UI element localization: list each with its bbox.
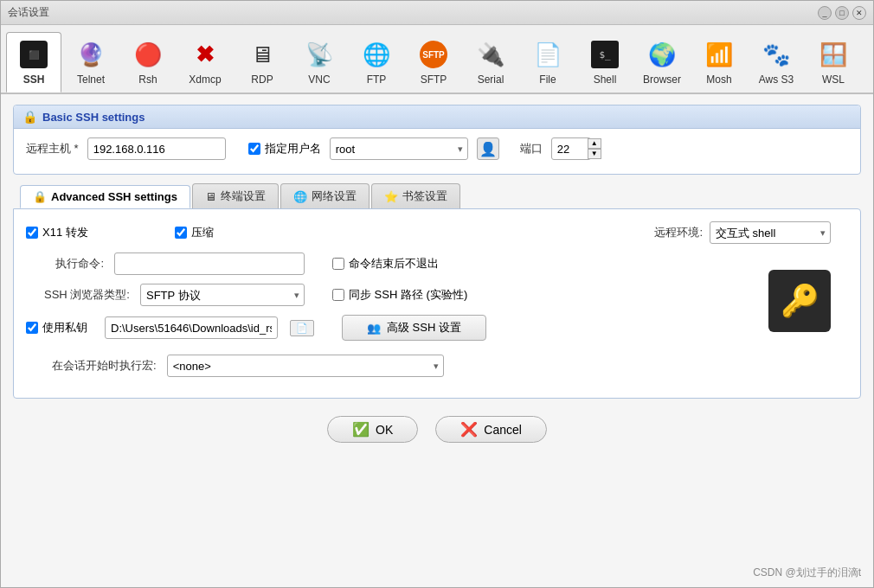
adv-row-1: X11 转发 压缩 远程环境: 交互式 shell bash sh <box>26 221 848 244</box>
bottom-bar: ✅ OK ❌ Cancel <box>13 407 861 455</box>
key-icon-box: 🔑 <box>768 270 831 332</box>
port-label: 端口 <box>520 141 543 157</box>
tab-bookmark[interactable]: ⭐ 书签设置 <box>371 183 460 208</box>
sftp-icon: SFTP <box>418 39 449 70</box>
toolbar-label-browser: Browser <box>643 74 681 86</box>
specify-username-checkbox-label[interactable]: 指定用户名 <box>248 141 321 157</box>
browser-type-select-wrapper: SFTP 协议 SCP 协议 <box>140 284 305 306</box>
advanced-ssh-tab-icon: 🔒 <box>33 190 47 203</box>
port-field: ▲ ▼ <box>551 137 601 160</box>
remote-env-select[interactable]: 交互式 shell bash sh zsh <box>710 221 831 244</box>
toolbar-item-mosh[interactable]: 📶 Mosh <box>691 32 747 93</box>
toolbar-item-vnc[interactable]: 📡 VNC <box>292 32 347 93</box>
username-select[interactable]: root <box>330 137 468 160</box>
telnet-icon: 🔮 <box>75 39 106 70</box>
toolbar-label-xdmcp: Xdmcp <box>189 74 221 86</box>
tab-advanced-ssh[interactable]: 🔒 Advanced SSH settings <box>20 185 190 208</box>
advanced-ssh-settings-button[interactable]: 👥 高级 SSH 设置 <box>342 315 486 341</box>
terminal-tab-label: 终端设置 <box>221 189 266 204</box>
x11-checkbox[interactable] <box>26 227 38 239</box>
awss3-icon: 🐾 <box>761 39 792 70</box>
port-input[interactable] <box>551 137 591 160</box>
ftp-icon: 🌐 <box>361 39 392 70</box>
toolbar-label-shell: Shell <box>594 74 617 86</box>
cancel-icon: ❌ <box>460 421 478 438</box>
toolbar-item-awss3[interactable]: 🐾 Aws S3 <box>749 32 804 93</box>
minimize-button[interactable]: _ <box>818 6 832 20</box>
serial-icon: 🔌 <box>475 39 506 70</box>
no-exit-label: 命令结束后不退出 <box>349 256 439 272</box>
ssh-icon: ⬛ <box>18 39 49 70</box>
cancel-button[interactable]: ❌ Cancel <box>435 416 547 443</box>
window-controls[interactable]: _ □ ✕ <box>818 6 866 20</box>
browser-type-label: SSH 浏览器类型: <box>26 287 130 303</box>
rdp-icon: 🖥 <box>247 39 278 70</box>
toolbar-label-rsh: Rsh <box>138 74 157 86</box>
private-key-checkbox[interactable] <box>26 322 38 334</box>
remote-host-input[interactable] <box>87 137 226 160</box>
sync-ssh-field: 同步 SSH 路径 (实验性) <box>332 287 467 303</box>
ok-icon: ✅ <box>352 421 370 438</box>
sync-ssh-checkbox[interactable] <box>332 289 344 301</box>
no-exit-checkbox-label[interactable]: 命令结束后不退出 <box>332 256 439 272</box>
terminal-tab-icon: 🖥 <box>205 190 216 203</box>
port-decrement-button[interactable]: ▼ <box>588 149 601 159</box>
macro-select[interactable]: <none> <box>167 355 444 377</box>
no-exit-checkbox[interactable] <box>332 258 344 270</box>
exec-cmd-input[interactable] <box>114 252 305 275</box>
close-button[interactable]: ✕ <box>852 6 866 20</box>
adv-row-exec: 执行命令: 命令结束后不退出 <box>26 252 760 275</box>
toolbar-item-file[interactable]: 📄 File <box>520 32 575 93</box>
toolbar-label-mosh: Mosh <box>706 74 731 86</box>
compress-checkbox[interactable] <box>175 227 187 239</box>
ok-button[interactable]: ✅ OK <box>327 416 418 443</box>
sync-ssh-label: 同步 SSH 路径 (实验性) <box>349 287 467 303</box>
adv-row-privkey: 使用私钥 📄 👥 高级 SSH 设置 <box>26 315 760 341</box>
adv-row-browser: SSH 浏览器类型: SFTP 协议 SCP 协议 同步 SS <box>26 284 760 306</box>
user-avatar-button[interactable]: 👤 <box>477 137 499 160</box>
toolbar-item-telnet[interactable]: 🔮 Telnet <box>63 32 119 93</box>
toolbar-item-sftp[interactable]: SFTP SFTP <box>406 32 461 93</box>
toolbar-label-vnc: VNC <box>308 74 330 86</box>
macro-select-wrapper: <none> <box>167 355 444 377</box>
toolbar-item-ssh[interactable]: ⬛ SSH <box>6 32 61 93</box>
browser-type-select[interactable]: SFTP 协议 SCP 协议 <box>140 284 305 306</box>
maximize-button[interactable]: □ <box>835 6 849 20</box>
toolbar-item-shell[interactable]: $_ Shell <box>577 32 633 93</box>
adv-row-macro: 在会话开始时执行宏: <none> <box>26 355 848 377</box>
sync-ssh-checkbox-label[interactable]: 同步 SSH 路径 (实验性) <box>332 287 467 303</box>
basic-form-row: 远程主机 * 指定用户名 root 👤 <box>26 137 848 160</box>
toolbar-label-rdp: RDP <box>251 74 273 86</box>
toolbar-label-ssh: SSH <box>23 74 45 86</box>
private-key-checkbox-label[interactable]: 使用私钥 <box>26 320 87 336</box>
private-key-input[interactable] <box>105 316 278 339</box>
toolbar-item-ftp[interactable]: 🌐 FTP <box>349 32 404 93</box>
tab-network[interactable]: 🌐 网络设置 <box>280 183 370 208</box>
bookmark-tab-icon: ⭐ <box>384 190 398 203</box>
specify-username-label: 指定用户名 <box>265 141 321 157</box>
toolbar-item-wsl[interactable]: 🪟 WSL <box>806 32 861 93</box>
tab-terminal[interactable]: 🖥 终端设置 <box>192 183 279 208</box>
x11-checkbox-label[interactable]: X11 转发 <box>26 225 138 240</box>
bookmark-tab-label: 书签设置 <box>402 189 447 204</box>
key-icon-area: 🔑 <box>760 252 848 349</box>
x11-label: X11 转发 <box>42 225 88 240</box>
port-increment-button[interactable]: ▲ <box>588 138 601 149</box>
toolbar-label-wsl: WSL <box>822 74 845 86</box>
toolbar-item-rdp[interactable]: 🖥 RDP <box>235 32 290 93</box>
toolbar-item-xdmcp[interactable]: ✖ Xdmcp <box>177 32 233 93</box>
no-exit-field: 命令结束后不退出 <box>332 256 439 272</box>
toolbar-item-rsh[interactable]: 🔴 Rsh <box>120 32 176 93</box>
advanced-content-box: X11 转发 压缩 远程环境: 交互式 shell bash sh <box>13 208 861 399</box>
specify-username-checkbox[interactable] <box>248 143 260 155</box>
compress-checkbox-label[interactable]: 压缩 <box>175 225 261 240</box>
toolbar-item-browser[interactable]: 🌍 Browser <box>634 32 690 93</box>
adv-left-section: 执行命令: 命令结束后不退出 SSH 浏览器类型: <box>26 252 760 349</box>
rsh-icon: 🔴 <box>132 39 164 70</box>
private-key-browse-button[interactable]: 📄 <box>290 320 314 336</box>
window-title: 会话设置 <box>8 5 49 20</box>
toolbar-label-telnet: Telnet <box>77 74 105 86</box>
vnc-icon: 📡 <box>304 39 335 70</box>
toolbar-item-serial[interactable]: 🔌 Serial <box>463 32 518 93</box>
mosh-icon: 📶 <box>704 39 735 70</box>
